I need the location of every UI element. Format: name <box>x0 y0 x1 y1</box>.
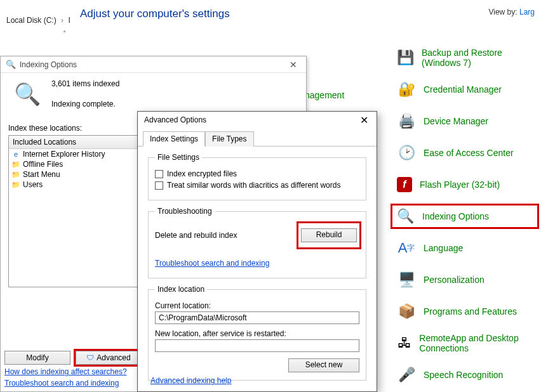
breadcrumb-segment[interactable]: Local Disk (C:) <box>6 16 57 25</box>
tab-strip: Index Settings File Types <box>138 131 377 147</box>
credential-icon: 🔐 <box>397 80 416 99</box>
group-legend: Index location <box>155 285 207 294</box>
remoteapp-icon: 🖧 <box>397 334 411 353</box>
breadcrumb[interactable]: Local Disk (C:) › I <box>6 16 70 25</box>
control-panel-items: 💾 Backup and Restore (Windows 7) 🔐 Crede… <box>397 48 537 392</box>
folder-icon: 📁 <box>11 171 20 179</box>
folder-icon: 📁 <box>11 160 20 169</box>
checkbox-icon[interactable] <box>155 181 163 190</box>
location-label: Users <box>23 180 43 189</box>
location-label: Offline Files <box>23 160 63 169</box>
cp-label: Backup and Restore (Windows 7) <box>422 48 537 68</box>
ease-icon: 🕑 <box>397 143 416 162</box>
dialog-titlebar[interactable]: Advanced Options ✕ <box>138 112 377 128</box>
cp-item-device[interactable]: 🖨️ Device Manager <box>397 111 537 131</box>
indexing-status: Indexing complete. <box>51 100 119 108</box>
close-icon[interactable]: ✕ <box>286 60 301 70</box>
language-icon: A字 <box>397 238 416 258</box>
group-legend: File Settings <box>155 153 202 162</box>
advanced-options-dialog: Advanced Options ✕ Index Settings File T… <box>137 111 377 392</box>
new-location-label: New location, after service is restarted… <box>155 329 359 338</box>
cp-label: Flash Player (32-bit) <box>420 180 500 190</box>
link-troubleshoot[interactable]: Troubleshoot search and indexing <box>4 379 127 388</box>
checkbox-icon[interactable] <box>155 170 163 178</box>
cp-label: Programs and Features <box>424 306 517 317</box>
location-label: Internet Explorer History <box>23 150 105 159</box>
index-location-group: Index location Current location: New loc… <box>148 285 366 381</box>
folder-icon: 📁 <box>11 181 20 189</box>
tab-index-settings[interactable]: Index Settings <box>143 131 205 147</box>
dialog-titlebar[interactable]: 🔍 Indexing Options ✕ <box>1 56 306 73</box>
checkbox-encrypted[interactable]: Index encrypted files <box>155 169 359 178</box>
rebuild-button[interactable]: Rebuild <box>301 228 357 242</box>
current-location-field[interactable] <box>155 311 359 324</box>
select-new-button[interactable]: Select new <box>288 358 359 372</box>
cp-label: Language <box>424 243 463 253</box>
flash-icon: f <box>397 177 412 192</box>
checkbox-label: Index encrypted files <box>167 169 237 178</box>
cp-item-indexing[interactable]: 🔍 Indexing Options <box>393 206 537 226</box>
checkbox-diacritics[interactable]: Treat similar words with diacritics as d… <box>155 181 359 190</box>
troubleshooting-group: Troubleshooting Delete and rebuild index… <box>148 207 366 278</box>
programs-icon: 📦 <box>397 302 416 321</box>
cp-item-remoteapp[interactable]: 🖧 RemoteApp and Desktop Connections <box>397 333 537 353</box>
file-settings-group: File Settings Index encrypted files Trea… <box>148 153 366 200</box>
delete-rebuild-label: Delete and rebuild index <box>155 231 237 240</box>
cp-item-personalization[interactable]: 🖥️ Personalization <box>397 270 537 290</box>
close-icon[interactable]: ✕ <box>357 114 370 126</box>
cp-label: Credential Manager <box>424 84 502 95</box>
cp-item-programs[interactable]: 📦 Programs and Features <box>397 301 537 322</box>
cp-item-speech[interactable]: 🎤 Speech Recognition <box>397 365 537 385</box>
partial-item-label[interactable]: nagement <box>305 90 344 100</box>
advanced-button-label: Advanced <box>97 353 130 363</box>
indexed-count: 3,601 items indexed <box>51 79 119 88</box>
chevron-up-icon[interactable]: ˄ <box>63 30 66 37</box>
link-advanced-help[interactable]: Advanced indexing help <box>150 376 231 385</box>
cp-item-flash[interactable]: f Flash Player (32-bit) <box>397 174 537 195</box>
location-label: Start Menu <box>23 170 60 179</box>
modify-button[interactable]: Modify <box>4 351 70 365</box>
page-title: Adjust your computer's settings <box>80 8 541 20</box>
backup-icon: 💾 <box>397 48 414 67</box>
view-by-value[interactable]: Larg <box>519 8 535 16</box>
magnifier-icon: 🔍 <box>6 60 16 70</box>
current-location-label: Current location: <box>155 301 359 310</box>
ie-icon: e <box>11 150 20 158</box>
personalization-icon: 🖥️ <box>397 270 416 289</box>
cp-item-language[interactable]: A字 Language <box>397 238 537 258</box>
cp-item-backup[interactable]: 💾 Backup and Restore (Windows 7) <box>397 48 537 68</box>
cp-label: Device Manager <box>424 116 488 126</box>
breadcrumb-next[interactable]: I <box>68 16 70 25</box>
device-icon: 🖨️ <box>397 112 416 131</box>
indexing-big-icon: 🔍 <box>13 80 41 108</box>
view-by-label: View by: <box>488 8 517 16</box>
speech-icon: 🎤 <box>397 365 416 384</box>
cp-label: Ease of Access Center <box>424 148 514 158</box>
dialog-title: Advanced Options <box>144 115 206 124</box>
cp-label: Indexing Options <box>422 211 489 221</box>
shield-icon: 🛡 <box>86 353 94 363</box>
checkbox-label: Treat similar words with diacritics as d… <box>167 181 340 190</box>
cp-item-ease[interactable]: 🕑 Ease of Access Center <box>397 143 537 163</box>
dialog-title: Indexing Options <box>20 60 77 69</box>
link-affect-searches[interactable]: How does indexing affect searches? <box>4 367 127 376</box>
cp-label: Personalization <box>424 275 484 285</box>
cp-item-credential[interactable]: 🔐 Credential Manager <box>397 79 537 100</box>
advanced-button[interactable]: 🛡 Advanced <box>76 351 142 365</box>
group-legend: Troubleshooting <box>155 207 215 216</box>
link-troubleshoot-search[interactable]: Troubleshoot search and indexing <box>155 259 359 268</box>
breadcrumb-separator-icon: › <box>61 16 63 25</box>
cp-label: Speech Recognition <box>424 370 503 380</box>
tab-file-types[interactable]: File Types <box>205 131 253 147</box>
indexing-icon: 🔍 <box>396 207 415 226</box>
new-location-field[interactable] <box>155 339 359 352</box>
cp-label: RemoteApp and Desktop Connections <box>419 333 537 353</box>
